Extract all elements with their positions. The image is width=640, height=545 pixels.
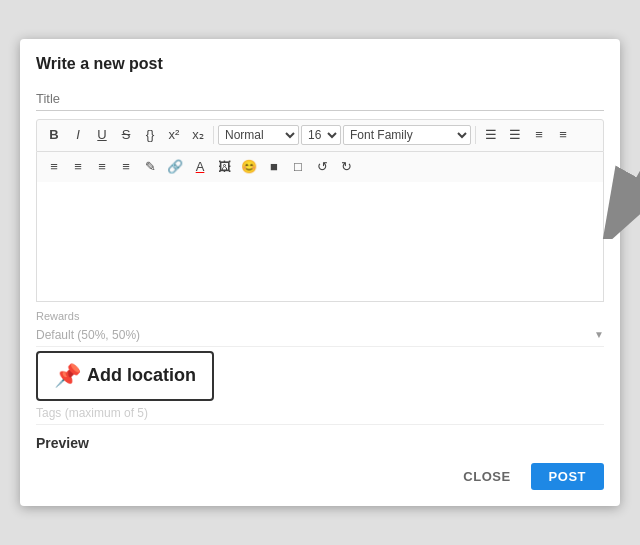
superscript-button[interactable]: x² [163,124,185,146]
undo-button[interactable]: ↺ [311,156,333,178]
close-button[interactable]: CLOSE [453,463,520,490]
add-location-wrapper: 📌 Add location [36,351,604,401]
link-button[interactable]: 🔗 [163,156,187,178]
rewards-label: Rewards [36,310,604,322]
rewards-chevron-icon: ▼ [594,329,604,340]
font-family-select[interactable]: Font Family Arial Times New Roman Courie… [343,125,471,145]
align-extra2-button[interactable]: ≡ [115,156,137,178]
add-location-label: Add location [87,365,196,386]
code-button[interactable]: {} [139,124,161,146]
subscript-button[interactable]: x₂ [187,124,209,146]
eraser-button[interactable]: □ [287,156,309,178]
modal-footer: CLOSE POST [36,463,604,490]
align-center-button[interactable]: ≡ [528,124,550,146]
rewards-value: Default (50%, 50%) [36,328,140,342]
tags-row[interactable]: Tags (maximum of 5) [36,401,604,425]
align-extra-button[interactable]: ≡ [91,156,113,178]
align-left-button[interactable]: ≡ [43,156,65,178]
italic-button[interactable]: I [67,124,89,146]
list-ol-button[interactable]: ☰ [504,124,526,146]
add-location-button[interactable]: 📌 Add location [36,351,214,401]
emoji-button[interactable]: 😊 [237,156,261,178]
bold-button[interactable]: B [43,124,65,146]
post-button[interactable]: POST [531,463,604,490]
redo-button[interactable]: ↻ [335,156,357,178]
rewards-row[interactable]: Default (50%, 50%) ▼ [36,324,604,347]
list-ul-button[interactable]: ☰ [480,124,502,146]
align-justify-button[interactable]: ≡ [67,156,89,178]
title-input[interactable] [36,87,604,111]
location-emoji-icon: 📌 [54,363,81,389]
tags-placeholder: Tags (maximum of 5) [36,406,148,420]
highlight-button[interactable]: A [189,156,211,178]
strikethrough-button[interactable]: S [115,124,137,146]
editor-toolbar-row2: ≡ ≡ ≡ ≡ ✎ 🔗 A 🖼 😊 ■ □ ↺ ↻ [36,152,604,182]
format-select[interactable]: Normal Heading 1 Heading 2 [218,125,299,145]
embed-button[interactable]: ■ [263,156,285,178]
underline-button[interactable]: U [91,124,113,146]
font-size-select[interactable]: 16 12 14 18 24 [301,125,341,145]
image-button[interactable]: 🖼 [213,156,235,178]
preview-label: Preview [36,435,604,451]
new-post-modal: Write a new post B I U S {} x² x₂ Normal… [20,39,620,505]
modal-title: Write a new post [36,55,604,73]
toolbar-divider-2 [475,126,476,144]
pen-button[interactable]: ✎ [139,156,161,178]
editor-toolbar-row1: B I U S {} x² x₂ Normal Heading 1 Headin… [36,119,604,151]
align-right-button[interactable]: ≡ [552,124,574,146]
toolbar-divider-1 [213,126,214,144]
editor-content-area[interactable] [36,182,604,302]
